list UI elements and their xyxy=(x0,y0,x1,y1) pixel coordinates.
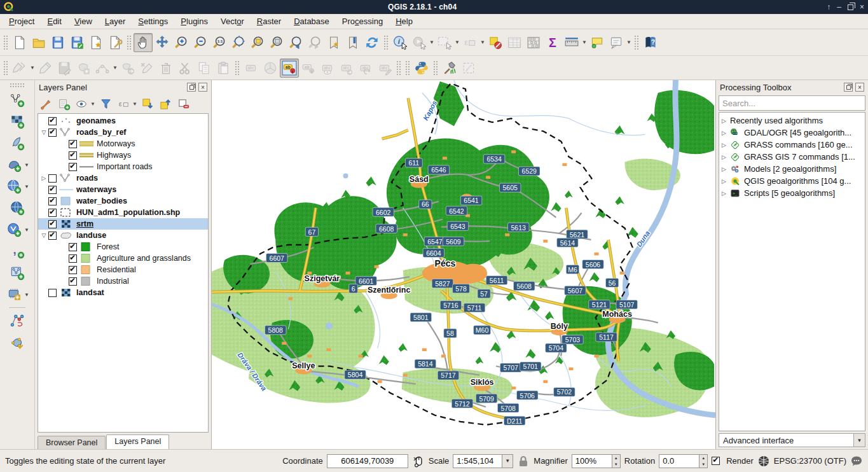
visibility-checkbox[interactable] xyxy=(48,174,57,183)
visibility-checkbox[interactable] xyxy=(69,151,77,160)
zoom-in-button[interactable] xyxy=(172,33,191,52)
toolbar-handle[interactable] xyxy=(634,35,639,50)
save-project-button[interactable] xyxy=(48,33,67,52)
expand-all-button[interactable] xyxy=(139,95,156,112)
visibility-checkbox[interactable] xyxy=(48,186,57,194)
toolbar-handle[interactable] xyxy=(127,35,132,50)
node-tool-dropdown[interactable]: ▼ xyxy=(112,65,118,71)
menu-processing[interactable]: Processing xyxy=(336,15,389,27)
visibility-checkbox[interactable] xyxy=(69,266,77,274)
map-tips-button[interactable] xyxy=(588,33,607,52)
run-feature-action-dropdown[interactable]: ▼ xyxy=(429,39,435,45)
layer-row-landuse[interactable]: ▽landuse xyxy=(38,230,208,241)
menu-layer[interactable]: Layer xyxy=(99,15,132,27)
layers-panel-close-button[interactable]: × xyxy=(198,83,207,92)
tab-layers-panel[interactable]: Layers Panel xyxy=(106,434,169,449)
show-bookmarks-button[interactable] xyxy=(343,33,362,52)
move-feature-button[interactable] xyxy=(118,59,137,78)
label-tool-button[interactable]: abc xyxy=(242,59,261,78)
new-shapefile-layer-button[interactable] xyxy=(8,263,27,282)
python-console-button[interactable] xyxy=(412,59,431,78)
toolbar-handle[interactable] xyxy=(10,83,25,88)
close-button[interactable]: × xyxy=(860,3,864,11)
rotate-label-button[interactable]: abc xyxy=(356,59,375,78)
show-hide-labels-button[interactable]: abc xyxy=(318,59,337,78)
visibility-checkbox[interactable] xyxy=(48,197,57,205)
layer-row-agriculture-and-grasslands[interactable]: Agriculture and grasslands xyxy=(38,253,208,264)
layer-row-roads[interactable]: ▷roads xyxy=(38,172,208,184)
rotation-input[interactable]: 0.0 xyxy=(659,454,699,468)
pan-map-button[interactable] xyxy=(134,33,153,52)
menu-settings[interactable]: Settings xyxy=(132,15,174,27)
cut-features-button[interactable] xyxy=(176,59,195,78)
plugin-map-tool-button[interactable] xyxy=(459,59,478,78)
layer-row-motorways[interactable]: Motorways xyxy=(38,138,208,149)
visibility-checkbox[interactable] xyxy=(48,117,57,125)
algo-group-recently-used-algorithms[interactable]: ▷Recently used algorithms xyxy=(719,115,865,127)
menu-edit[interactable]: Edit xyxy=(41,15,67,27)
composer-manager-button[interactable] xyxy=(106,33,125,52)
messages-icon[interactable] xyxy=(850,455,863,468)
delete-selected-button[interactable] xyxy=(156,59,176,78)
layer-row-residential[interactable]: Residential xyxy=(38,264,208,275)
processing-float-button[interactable] xyxy=(844,83,853,92)
zoom-to-selection-button[interactable] xyxy=(248,33,267,52)
processing-search-input[interactable] xyxy=(719,95,865,111)
add-raster-layer-button[interactable] xyxy=(8,112,27,131)
new-project-button[interactable] xyxy=(10,33,29,52)
layer-row-srtm[interactable]: srtm xyxy=(38,218,208,230)
topology-checker-button[interactable] xyxy=(8,311,27,330)
remove-layer-button[interactable] xyxy=(175,95,191,112)
select-by-expression-button[interactable]: ε xyxy=(460,33,479,52)
layer-row-important-roads[interactable]: Important roads xyxy=(38,161,208,172)
expander-icon[interactable]: ▷ xyxy=(722,130,730,136)
menu-help[interactable]: Help xyxy=(389,15,419,27)
layer-row-forest[interactable]: Forest xyxy=(38,241,208,253)
open-attribute-table-button[interactable] xyxy=(505,33,524,52)
text-annotation-button[interactable] xyxy=(607,33,626,52)
rotation-spinner[interactable]: ▲▼ xyxy=(699,454,708,468)
select-features-dropdown[interactable]: ▼ xyxy=(454,39,460,45)
add-feature-button[interactable] xyxy=(74,59,93,78)
paste-features-button[interactable] xyxy=(214,59,233,78)
add-vector-layer-button[interactable] xyxy=(8,90,27,109)
statistical-summary-button[interactable]: Σ xyxy=(543,33,562,52)
toolbar-handle[interactable] xyxy=(383,35,389,50)
toolbar-handle[interactable] xyxy=(235,60,240,76)
toggle-editing-button[interactable] xyxy=(36,59,55,78)
visibility-checkbox[interactable] xyxy=(69,254,77,263)
toolbar-handle[interactable] xyxy=(433,60,438,76)
zoom-last-button[interactable] xyxy=(286,33,305,52)
expander-icon[interactable]: ▽ xyxy=(39,129,48,135)
algo-group-models-2-geoalgorithms-[interactable]: ▷Models [2 geoalgorithms] xyxy=(719,163,865,175)
expander-icon[interactable]: ▷ xyxy=(39,175,48,181)
visibility-checkbox[interactable] xyxy=(48,220,57,228)
tab-browser-panel[interactable]: Browser Panel xyxy=(38,436,106,449)
add-wfs-layer-dropdown[interactable]: ▼ xyxy=(24,227,30,233)
add-virtual-layer-button[interactable] xyxy=(4,285,24,304)
menu-plugins[interactable]: Plugins xyxy=(174,15,214,27)
save-project-as-button[interactable] xyxy=(67,33,86,52)
zoom-next-button[interactable] xyxy=(305,33,324,52)
copy-features-button[interactable] xyxy=(195,59,214,78)
zoom-native-button[interactable]: 1:1 xyxy=(210,33,229,52)
layer-row-roads-by-ref[interactable]: ▽roads_by_ref xyxy=(38,127,208,138)
current-edits-dropdown[interactable]: ▼ xyxy=(29,65,36,71)
restore-button[interactable] xyxy=(848,4,853,10)
save-layer-edits-button[interactable] xyxy=(55,59,74,78)
toolbar-handle[interactable] xyxy=(405,60,410,76)
filter-expression-dropdown[interactable]: ▼ xyxy=(132,101,138,107)
filter-expression-button[interactable]: ε xyxy=(115,95,132,112)
layer-row-highways[interactable]: Highways xyxy=(38,149,208,161)
add-group-button[interactable] xyxy=(55,95,72,112)
help-contents-button[interactable]: ? xyxy=(641,33,660,52)
toolbar-handle[interactable] xyxy=(3,60,8,76)
add-postgis-layer-dropdown[interactable]: ▼ xyxy=(24,162,30,168)
expander-icon[interactable]: ▷ xyxy=(722,166,730,172)
manage-visibility-button[interactable] xyxy=(73,95,90,112)
move-label-button[interactable]: abc xyxy=(337,59,356,78)
new-print-composer-button[interactable] xyxy=(86,33,106,52)
select-by-expression-dropdown[interactable]: ▼ xyxy=(479,39,486,45)
algo-group-qgis-geoalgorithms-104-g-[interactable]: ▷QGIS geoalgorithms [104 g... xyxy=(719,175,865,187)
pan-to-selection-button[interactable] xyxy=(153,33,172,52)
